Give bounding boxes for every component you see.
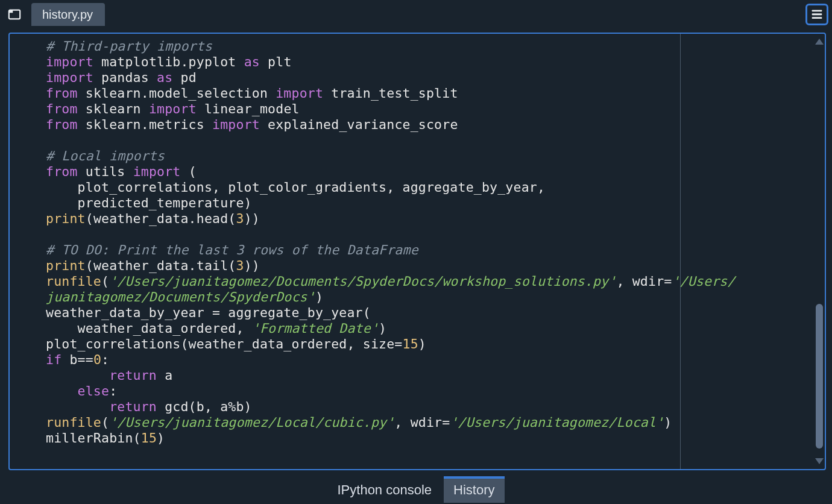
tok-punct: (: [101, 415, 109, 430]
svg-rect-1: [9, 10, 13, 13]
tok-ident: , wdir=: [616, 274, 672, 289]
tok-number: 0: [93, 352, 101, 367]
tok-ident: millerRabin(: [46, 430, 141, 446]
tok-keyword: import: [46, 70, 93, 85]
tok-punct: ): [379, 321, 386, 336]
tok-punct: ): [157, 430, 165, 446]
tab-label: History: [453, 482, 494, 497]
tok-string: '/Users/: [672, 274, 735, 289]
tok-number: 15: [402, 336, 418, 351]
code-area[interactable]: # Third-party imports import matplotlib.…: [10, 34, 825, 469]
tok-builtin: runfile: [46, 274, 101, 289]
tok-keyword: from: [46, 101, 78, 116]
tok-module: pandas: [101, 70, 149, 85]
code-line: # Local imports: [46, 148, 165, 163]
tok-string: juanitagomez/Documents/SpyderDocs': [46, 289, 315, 304]
tok-keyword: as: [244, 54, 260, 69]
tok-punct: (: [189, 164, 197, 179]
tok-ident: weather_data.tail(: [93, 258, 236, 273]
file-tab-history[interactable]: history.py: [31, 3, 105, 26]
tok-string: '/Users/juanitagomez/Local': [450, 415, 664, 430]
tok-module: matplotlib.pyplot: [101, 54, 236, 69]
tok-ident: explained_variance_score: [268, 117, 458, 132]
tok-keyword: import: [276, 86, 323, 101]
tab-history[interactable]: History: [444, 476, 504, 503]
code-line: plot_correlations, plot_color_gradients,…: [46, 180, 545, 195]
tok-ident: , wdir=: [394, 415, 450, 430]
tok-string: 'Formatted Date': [252, 321, 379, 336]
bottom-pane-tabs: IPython console History: [0, 474, 832, 504]
browse-tabs-button[interactable]: [5, 5, 24, 24]
tok-keyword: as: [157, 70, 172, 85]
tok-builtin: print: [46, 211, 86, 226]
tok-punct: (: [86, 258, 93, 273]
tok-number: 3: [236, 211, 244, 226]
tok-keyword: import: [46, 54, 93, 69]
tok-punct: )): [244, 258, 260, 273]
tok-keyword: if: [46, 352, 61, 367]
tok-punct: (: [86, 211, 93, 226]
tok-punct: )): [244, 211, 260, 226]
scroll-up-icon[interactable]: [815, 39, 824, 45]
svg-rect-2: [812, 10, 822, 12]
tok-keyword: from: [46, 86, 78, 101]
tok-keyword: from: [46, 164, 78, 179]
tok-punct: ): [664, 415, 672, 430]
editor-pane[interactable]: # Third-party imports import matplotlib.…: [8, 33, 826, 470]
tok-string: '/Users/juanitagomez/Local/cubic.py': [109, 415, 394, 430]
tok-keyword: else: [46, 383, 109, 398]
tok-string: '/Users/juanitagomez/Documents/SpyderDoc…: [109, 274, 616, 289]
tok-punct: ): [418, 336, 426, 351]
tab-ipython-console[interactable]: IPython console: [328, 479, 442, 503]
tok-module: sklearn.model_selection: [86, 86, 268, 101]
tok-ident: b==: [61, 352, 93, 367]
tok-punct: (: [101, 274, 109, 289]
column-ruler: [680, 34, 681, 469]
tok-ident: plot_correlations(weather_data_ordered, …: [46, 336, 402, 351]
scroll-thumb[interactable]: [816, 304, 823, 449]
tab-label: IPython console: [338, 482, 432, 497]
tok-number: 3: [236, 258, 244, 273]
tok-number: 15: [141, 430, 157, 446]
tok-ident: gcd(b, a%b): [157, 399, 252, 414]
window-icon: [8, 8, 21, 21]
tok-punct: :: [101, 352, 109, 367]
scroll-down-icon[interactable]: [815, 458, 824, 464]
tok-ident: weather_data.head(: [93, 211, 236, 226]
tok-keyword: from: [46, 117, 78, 132]
tok-punct: :: [109, 383, 117, 398]
options-menu-button[interactable]: [805, 4, 828, 25]
tab-bar: history.py: [0, 0, 832, 29]
svg-rect-3: [812, 13, 822, 15]
tok-module: utils: [86, 164, 125, 179]
tok-module: sklearn: [86, 101, 141, 116]
tok-punct: ): [315, 289, 323, 304]
tok-ident: weather_data_ordered,: [46, 321, 252, 336]
code-line: weather_data_by_year = aggregate_by_year…: [46, 305, 371, 320]
file-tab-label: history.py: [42, 8, 93, 22]
tok-ident: a: [157, 368, 172, 383]
hamburger-icon: [810, 8, 824, 20]
tok-ident: plt: [268, 54, 291, 69]
tok-module: sklearn.metrics: [86, 117, 204, 132]
tok-ident: pd: [181, 70, 197, 85]
tok-builtin: runfile: [46, 415, 101, 430]
code-line: # TO DO: Print the last 3 rows of the Da…: [46, 242, 418, 257]
code-line: predicted_temperature): [46, 195, 252, 210]
svg-rect-4: [812, 17, 822, 19]
scrollbar[interactable]: [815, 39, 824, 464]
tok-keyword: return: [46, 399, 157, 414]
tok-keyword: import: [133, 164, 181, 179]
editor-wrap: # Third-party imports import matplotlib.…: [0, 29, 832, 474]
code-line: # Third-party imports: [46, 39, 212, 54]
tok-ident: train_test_split: [331, 86, 458, 101]
tok-keyword: import: [149, 101, 197, 116]
tok-keyword: import: [212, 117, 260, 132]
tok-keyword: return: [46, 368, 157, 383]
tok-ident: linear_model: [204, 101, 300, 116]
tok-builtin: print: [46, 258, 86, 273]
